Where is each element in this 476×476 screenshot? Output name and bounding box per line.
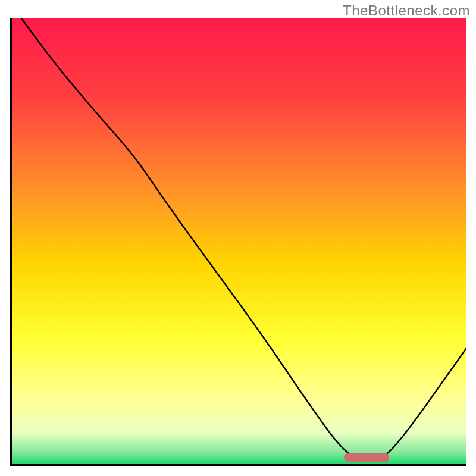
gradient-background [12, 18, 466, 464]
watermark-text: TheBottleneck.com [343, 2, 470, 19]
optimal-range-marker [344, 453, 389, 462]
svg-rect-0 [12, 18, 466, 464]
plot-area [12, 18, 466, 464]
chart-container: TheBottleneck.com [0, 0, 476, 476]
